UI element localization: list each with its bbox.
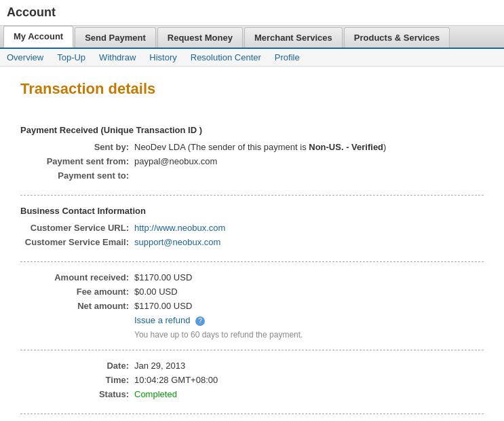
payment-from-label: Payment sent from: bbox=[20, 156, 129, 166]
tab-my-account[interactable]: My Account bbox=[3, 26, 73, 48]
sub-nav-overview[interactable]: Overview bbox=[7, 52, 43, 62]
time-value: 10:04:28 GMT+08:00 bbox=[134, 375, 218, 385]
time-row: Time: 10:04:28 GMT+08:00 bbox=[20, 375, 484, 385]
sub-nav-withdraw[interactable]: Withdraw bbox=[99, 52, 136, 62]
net-amount-row: Net amount: $1170.00 USD bbox=[20, 301, 484, 311]
refund-value: Issue a refund ? bbox=[134, 315, 205, 326]
status-value: Completed bbox=[134, 389, 177, 399]
payment-header-suffix: ) bbox=[199, 125, 202, 135]
refund-help-icon[interactable]: ? bbox=[195, 316, 205, 326]
status-row: Status: Completed bbox=[20, 389, 484, 399]
content-area: Transaction details Payment Received (Un… bbox=[0, 67, 504, 421]
business-contact-section: Business Contact Information Customer Se… bbox=[20, 196, 484, 262]
net-amount-label: Net amount: bbox=[20, 301, 129, 311]
payment-header-text: Payment Received (Unique Transaction ID bbox=[20, 125, 197, 135]
customer-email-link[interactable]: support@neobux.com bbox=[134, 237, 220, 247]
tab-send-payment[interactable]: Send Payment bbox=[75, 27, 156, 48]
net-amount-value: $1170.00 USD bbox=[134, 301, 192, 311]
sent-by-row: Sent by: NeoDev LDA (The sender of this … bbox=[20, 142, 484, 152]
customer-email-row: Customer Service Email: support@neobux.c… bbox=[20, 237, 484, 247]
payment-from-row: Payment sent from: paypal@neobux.com bbox=[20, 156, 484, 166]
amount-received-row: Amount received: $1170.00 USD bbox=[20, 272, 484, 282]
datetime-section: Date: Jan 29, 2013 Time: 10:04:28 GMT+08… bbox=[20, 350, 484, 414]
payment-to-label: Payment sent to: bbox=[20, 170, 129, 181]
amount-received-value: $1170.00 USD bbox=[134, 272, 192, 282]
payment-from-value: paypal@neobux.com bbox=[134, 156, 217, 166]
fee-amount-value: $0.00 USD bbox=[134, 287, 178, 297]
top-header: Account bbox=[0, 0, 504, 26]
time-label: Time: bbox=[20, 375, 129, 385]
main-nav: My Account Send Payment Request Money Me… bbox=[0, 26, 504, 49]
amounts-section: Amount received: $1170.00 USD Fee amount… bbox=[20, 262, 484, 350]
payment-info-section: Payment Received (Unique Transaction ID … bbox=[20, 115, 484, 196]
payment-to-row: Payment sent to: bbox=[20, 170, 484, 181]
date-row: Date: Jan 29, 2013 bbox=[20, 361, 484, 371]
refund-row: Issue a refund ? bbox=[20, 315, 484, 326]
business-contact-header: Business Contact Information bbox=[20, 206, 484, 216]
tab-merchant-services[interactable]: Merchant Services bbox=[244, 27, 343, 48]
sent-by-label: Sent by: bbox=[20, 142, 129, 152]
page-title: Transaction details bbox=[20, 80, 484, 98]
customer-url-value: http://www.neobux.com bbox=[134, 223, 225, 233]
sub-nav-top-up[interactable]: Top-Up bbox=[57, 52, 85, 62]
sent-by-value: NeoDev LDA (The sender of this payment i… bbox=[134, 142, 386, 152]
sent-by-suffix: (The sender of this payment is Non-US. -… bbox=[188, 142, 387, 152]
additional-section: Subject: NeoBux has sent you money! Cust… bbox=[20, 414, 484, 421]
tab-request-money[interactable]: Request Money bbox=[157, 27, 243, 48]
customer-url-link[interactable]: http://www.neobux.com bbox=[134, 223, 225, 233]
sub-nav: Overview Top-Up Withdraw History Resolut… bbox=[0, 49, 504, 67]
sent-by-status: Non-US. - Verified bbox=[309, 142, 383, 152]
refund-note: You have up to 60 days to refund the pay… bbox=[134, 330, 484, 340]
date-value: Jan 29, 2013 bbox=[134, 361, 185, 371]
customer-url-label: Customer Service URL: bbox=[20, 223, 129, 233]
sub-nav-history[interactable]: History bbox=[149, 52, 176, 62]
payment-section-header: Payment Received (Unique Transaction ID … bbox=[20, 125, 484, 135]
fee-amount-label: Fee amount: bbox=[20, 287, 129, 297]
amount-received-label: Amount received: bbox=[20, 272, 129, 282]
fee-amount-row: Fee amount: $0.00 USD bbox=[20, 287, 484, 297]
sent-by-name: NeoDev LDA bbox=[134, 142, 185, 152]
tab-products-services[interactable]: Products & Services bbox=[344, 27, 450, 48]
customer-email-label: Customer Service Email: bbox=[20, 237, 129, 247]
date-label: Date: bbox=[20, 361, 129, 371]
status-label: Status: bbox=[20, 389, 129, 399]
account-label: Account bbox=[7, 5, 56, 20]
customer-url-row: Customer Service URL: http://www.neobux.… bbox=[20, 223, 484, 233]
sub-nav-profile[interactable]: Profile bbox=[275, 52, 300, 62]
customer-email-value: support@neobux.com bbox=[134, 237, 220, 247]
issue-refund-link[interactable]: Issue a refund bbox=[134, 315, 190, 325]
sub-nav-resolution-center[interactable]: Resolution Center bbox=[191, 52, 261, 62]
